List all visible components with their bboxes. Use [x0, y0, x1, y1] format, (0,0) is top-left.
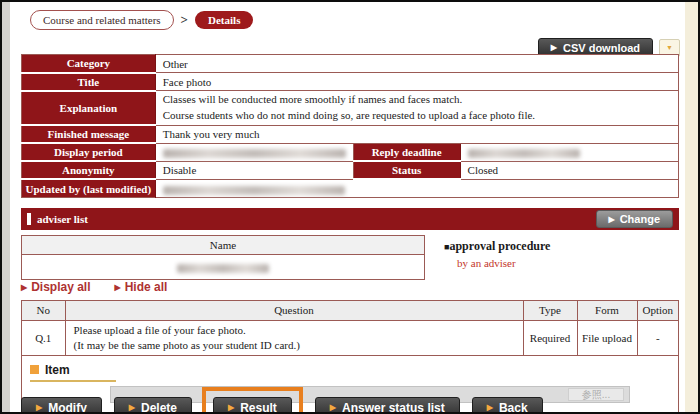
arrow-icon: ▶: [36, 404, 42, 412]
hide-all-label: Hide all: [125, 280, 168, 294]
category-value: Other: [155, 55, 678, 73]
display-all-label: Display all: [31, 280, 90, 294]
title-value: Face photo: [155, 73, 678, 91]
title-label: Title: [22, 73, 156, 91]
square-bullet-icon: [30, 365, 39, 374]
redacted-value: [468, 149, 580, 158]
breadcrumb: Course and related matters > Details: [30, 10, 253, 30]
finished-message-value: Thank you very much: [155, 125, 678, 143]
anonymity-value: Disable: [155, 161, 353, 179]
question-table: No Question Type Form Option Q.1 Please …: [22, 301, 678, 356]
arrow-icon: ▶: [129, 404, 135, 412]
list-controls: ▶ Display all ▶ Hide all: [21, 280, 167, 294]
left-edge-strip: [2, 2, 10, 412]
result-label: Result: [240, 401, 277, 414]
reply-deadline-value: [460, 143, 678, 161]
change-button[interactable]: ▶ Change: [596, 210, 674, 228]
table-row: Explanation Classes will be conducted mo…: [22, 91, 679, 126]
adviser-list-title: adviser list: [37, 213, 596, 225]
table-row: Category Other: [22, 55, 679, 73]
application-window: Course and related matters > Details ▶ C…: [0, 0, 700, 414]
explanation-label: Explanation: [22, 91, 156, 126]
arrow-icon: ▶: [487, 404, 493, 412]
redacted-value: [163, 149, 346, 158]
table-row: Display period Reply deadline: [22, 143, 679, 161]
right-edge-strip: [685, 2, 698, 412]
explanation-value: Classes will be conducted more smoothly …: [155, 91, 678, 126]
table-row: Finished message Thank you very much: [22, 125, 679, 143]
approval-procedure-text: approval procedure: [449, 239, 550, 253]
approval-procedure-block: ■approval procedure by an adviser: [444, 239, 550, 269]
table-row: [22, 255, 425, 280]
details-table: Category Other Title Face photo Explanat…: [21, 54, 679, 198]
updated-by-label: Updated by (last modified): [22, 179, 156, 197]
table-header-row: No Question Type Form Option: [22, 301, 678, 320]
adviser-list-header: adviser list ▶ Change: [21, 208, 679, 230]
question-column-header: Question: [65, 301, 523, 320]
answer-status-list-label: Answer status list: [342, 401, 445, 414]
question-text-cell: Please upload a file of your face photo.…: [65, 320, 523, 356]
item-label: Item: [45, 363, 70, 377]
adviser-name-cell: [22, 255, 425, 280]
footer-actions: ▶ Modify ▶ Delete ▶ Result ▶ Answer stat…: [21, 387, 543, 414]
explanation-line-1: Classes will be conducted more smoothly …: [163, 92, 671, 108]
question-line-1: Please upload a file of your face photo.: [74, 323, 515, 338]
arrow-icon: ▶: [21, 283, 27, 292]
hide-all-link[interactable]: ▶ Hide all: [115, 280, 168, 294]
modify-label: Modify: [48, 401, 87, 414]
breadcrumb-current: Details: [195, 11, 253, 29]
question-line-2: (It may be the same photo as your studen…: [74, 338, 515, 353]
question-form-cell: File upload: [577, 320, 637, 356]
breadcrumb-root[interactable]: Course and related matters: [30, 10, 174, 30]
change-button-label: Change: [620, 213, 660, 225]
approval-procedure-heading: ■approval procedure: [444, 239, 550, 254]
back-button[interactable]: ▶ Back: [472, 397, 543, 414]
adviser-name-table: Name: [21, 235, 425, 280]
answer-status-list-button[interactable]: ▶ Answer status list: [315, 397, 460, 414]
arrow-icon: ▶: [115, 283, 121, 292]
form-column-header: Form: [577, 301, 637, 320]
category-label: Category: [22, 55, 156, 73]
table-row: Q.1 Please upload a file of your face ph…: [22, 320, 678, 356]
table-header-row: Name: [22, 236, 425, 255]
arrow-icon: ▶: [609, 215, 615, 224]
arrow-icon: ▶: [330, 404, 336, 412]
question-option-cell: -: [637, 320, 678, 356]
redacted-value: [163, 186, 345, 195]
display-period-label: Display period: [22, 143, 156, 161]
chevron-down-icon: ▼: [666, 44, 673, 52]
name-column-header: Name: [22, 236, 425, 255]
option-column-header: Option: [637, 301, 678, 320]
question-no-cell: Q.1: [22, 320, 65, 356]
display-period-value: [155, 143, 353, 161]
result-highlight-box: ▶ Result: [202, 387, 303, 414]
status-label: Status: [353, 161, 460, 179]
breadcrumb-separator-icon: >: [181, 12, 188, 28]
type-column-header: Type: [523, 301, 577, 320]
table-row: Title Face photo: [22, 73, 679, 91]
explanation-line-2: Course students who do not mind doing so…: [163, 108, 671, 124]
delete-button[interactable]: ▶ Delete: [114, 397, 192, 414]
table-row: Anonymity Disable Status Closed: [22, 161, 679, 179]
browse-button[interactable]: 参照...: [568, 388, 624, 401]
arrow-icon: ▶: [228, 404, 234, 412]
table-row: Updated by (last modified): [22, 179, 679, 197]
delete-label: Delete: [141, 401, 177, 414]
anonymity-label: Anonymity: [22, 161, 156, 179]
reply-deadline-label: Reply deadline: [353, 143, 460, 161]
redacted-value: [177, 264, 269, 273]
result-button[interactable]: ▶ Result: [213, 397, 292, 414]
question-type-cell: Required: [523, 320, 577, 356]
item-heading: Item: [30, 363, 116, 382]
updated-by-value: [155, 179, 678, 197]
no-column-header: No: [22, 301, 65, 320]
display-all-link[interactable]: ▶ Display all: [21, 280, 91, 294]
approval-procedure-detail: by an adviser: [457, 257, 550, 269]
csv-download-label: CSV download: [563, 42, 640, 54]
status-value: Closed: [460, 161, 678, 179]
back-label: Back: [499, 401, 528, 414]
finished-message-label: Finished message: [22, 125, 156, 143]
section-tick-icon: [27, 213, 31, 225]
modify-button[interactable]: ▶ Modify: [21, 397, 102, 414]
arrow-icon: ▶: [551, 44, 557, 52]
